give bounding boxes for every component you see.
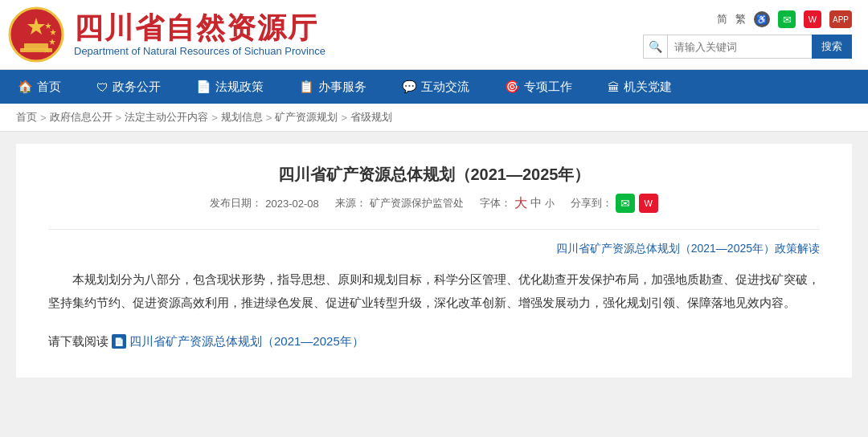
meta-date: 发布日期： 2023-02-08 (210, 196, 319, 210)
nav-bar: 🏠 首页 🛡 政务公开 📄 法规政策 📋 办事服务 💬 互动交流 🎯 专项工作 … (0, 70, 868, 104)
nav-label-fagui: 法规政策 (215, 80, 264, 95)
divider (48, 229, 820, 230)
doc-icon: 📄 (112, 334, 126, 349)
nav-item-zhuanxiang[interactable]: 🎯 专项工作 (487, 70, 590, 104)
nav-label-zhengwu: 政务公开 (113, 80, 161, 95)
main-wrapper: 四川省矿产资源总体规划（2021—2025年） 发布日期： 2023-02-08… (0, 132, 868, 390)
weibo-top-icon[interactable]: W (804, 10, 821, 28)
meta-source-value: 矿产资源保护监管处 (370, 196, 464, 210)
fagui-icon: 📄 (196, 80, 211, 94)
breadcrumb-shengji[interactable]: 省级规划 (350, 110, 392, 125)
hudong-icon: 💬 (402, 80, 417, 94)
nav-item-banshi[interactable]: 📋 办事服务 (281, 70, 384, 104)
breadcrumb-guihua[interactable]: 规划信息 (221, 110, 263, 125)
download-prefix: 请下载阅读 (48, 330, 108, 353)
breadcrumb-sep-5: > (341, 112, 347, 124)
breadcrumb-sep-3: > (211, 112, 218, 124)
breadcrumb-home[interactable]: 首页 (16, 110, 37, 125)
logo-main-text: 四川省自然资源厅 (74, 12, 326, 44)
policy-link[interactable]: 四川省矿产资源总体规划（2021—2025年）政策解读 (556, 242, 820, 255)
nav-label-home: 首页 (37, 80, 61, 95)
meta-source: 来源： 矿产资源保护监管处 (335, 196, 464, 210)
lang-traditional[interactable]: 繁 (735, 12, 746, 27)
zhuanxiang-icon: 🎯 (505, 80, 520, 94)
meta-date-value: 2023-02-08 (265, 198, 319, 210)
download-area: 请下载阅读 📄 四川省矿产资源总体规划（2021—2025年） (48, 330, 820, 353)
svg-rect-8 (20, 48, 52, 52)
jiguan-icon: 🏛 (608, 80, 620, 94)
share-wechat-icon[interactable]: ✉ (616, 194, 635, 213)
share-icons: ✉ W (616, 194, 658, 213)
home-icon: 🏠 (18, 80, 33, 94)
download-link[interactable]: 四川省矿产资源总体规划（2021—2025年） (129, 330, 364, 353)
breadcrumb-sep-2: > (116, 112, 122, 124)
top-right-area: 简 繁 ♿ ✉ W APP 🔍 搜索 (643, 10, 852, 59)
breadcrumb-zhengfu[interactable]: 政府信息公开 (50, 110, 113, 125)
meta-font-label: 字体： (480, 196, 511, 210)
meta-date-label: 发布日期： (210, 196, 262, 210)
search-button[interactable]: 搜索 (812, 35, 852, 59)
nav-item-jiguan[interactable]: 🏛 机关党建 (590, 70, 690, 104)
font-small-btn[interactable]: 小 (545, 197, 555, 210)
nav-item-home[interactable]: 🏠 首页 (0, 70, 79, 104)
search-input[interactable] (667, 35, 812, 59)
search-area: 🔍 搜索 (643, 35, 852, 59)
content-box: 四川省矿产资源总体规划（2021—2025年） 发布日期： 2023-02-08… (16, 144, 852, 378)
article-title: 四川省矿产资源总体规划（2021—2025年） (48, 164, 820, 186)
zhengwu-icon: 🛡 (96, 80, 108, 94)
share-weibo-icon[interactable]: W (639, 194, 658, 213)
nav-item-fagui[interactable]: 📄 法规政策 (178, 70, 281, 104)
meta-share: 分享到： ✉ W (571, 194, 658, 213)
breadcrumb-sep-4: > (266, 112, 272, 124)
breadcrumb-fading[interactable]: 法定主动公开内容 (125, 110, 208, 125)
breadcrumb-kuangchan[interactable]: 矿产资源规划 (275, 110, 338, 125)
wechat-top-icon[interactable]: ✉ (778, 10, 796, 28)
emblem-icon (8, 6, 64, 63)
app-icon[interactable]: APP (829, 10, 852, 28)
search-icon: 🔍 (643, 35, 667, 59)
logo-sub-text: Department of Natural Resources of Sichu… (74, 45, 326, 57)
article-body: 本规划划分为八部分，包含现状形势，指导思想、原则和规划目标，科学分区管理、优化勘… (48, 268, 820, 314)
breadcrumb: 首页 > 政府信息公开 > 法定主动公开内容 > 规划信息 > 矿产资源规划 >… (0, 104, 868, 132)
nav-label-banshi: 办事服务 (318, 80, 366, 95)
nav-label-zhuanxiang: 专项工作 (524, 80, 572, 95)
article-meta: 发布日期： 2023-02-08 来源： 矿产资源保护监管处 字体： 大 中 小… (48, 194, 820, 213)
font-large-btn[interactable]: 大 (514, 195, 527, 212)
breadcrumb-sep-1: > (40, 112, 47, 124)
banshi-icon: 📋 (299, 80, 314, 94)
logo-text-area: 四川省自然资源厅 Department of Natural Resources… (74, 12, 326, 58)
lang-icons: 简 繁 ♿ ✉ W APP (717, 10, 852, 28)
meta-font: 字体： 大 中 小 (480, 195, 555, 212)
logo-area: 四川省自然资源厅 Department of Natural Resources… (8, 6, 326, 63)
font-medium-btn[interactable]: 中 (530, 196, 542, 210)
nav-label-hudong: 互动交流 (421, 80, 469, 95)
lang-simplified[interactable]: 简 (717, 12, 727, 27)
meta-source-label: 来源： (335, 196, 366, 210)
nav-item-zhengwu[interactable]: 🛡 政务公开 (79, 70, 178, 104)
top-bar: 四川省自然资源厅 Department of Natural Resources… (0, 0, 868, 70)
accessibility-icon[interactable]: ♿ (754, 11, 770, 27)
policy-link-area: 四川省矿产资源总体规划（2021—2025年）政策解读 (48, 242, 820, 256)
font-size-options: 大 中 小 (514, 195, 555, 212)
nav-item-hudong[interactable]: 💬 互动交流 (384, 70, 487, 104)
meta-share-label: 分享到： (571, 196, 612, 210)
nav-label-jiguan: 机关党建 (624, 80, 672, 95)
